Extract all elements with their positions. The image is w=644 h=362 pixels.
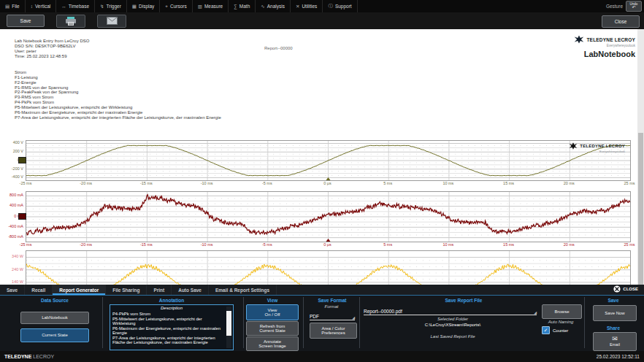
view-on-off-button[interactable]: View On / Off — [246, 304, 299, 320]
voltage-x-tick: 5 ms — [375, 181, 400, 185]
statusbar-timestamp: 25.02.2023 12:52:11 — [597, 354, 640, 359]
voltage-y-tick: -400 V — [1, 174, 23, 179]
view-title: View — [247, 298, 298, 303]
current-x-tick: -15 ms — [134, 242, 158, 247]
power-y-tick: 340 W — [1, 254, 23, 258]
area-color-preferences-button[interactable]: Area / Color Preferences — [310, 323, 357, 339]
tab-recall[interactable]: Recall — [25, 285, 53, 295]
labnotebook-title: LabNotebook — [574, 50, 635, 58]
divider — [359, 297, 360, 348]
statusbar-brand: TELEDYNE LECROY — [4, 354, 54, 359]
toolbar: Save Close — [0, 12, 644, 29]
annotate-screen-image-button[interactable]: Annotate Screen Image — [246, 336, 299, 351]
menu-utilities[interactable]: ✕Utilities — [291, 0, 323, 12]
analysis-icon: ∿ — [261, 4, 264, 9]
format-dropdown[interactable]: PDF ◢ — [310, 310, 355, 320]
undo-button[interactable]: Undo ↶ — [626, 1, 642, 12]
menubar-right: Gesture Undo ↶ — [606, 1, 644, 12]
last-saved-report-file-label: Last Saved Report File — [380, 334, 526, 339]
voltage-x-tick: 20 ms — [556, 181, 581, 185]
current-y-tick: -400 mA — [1, 224, 23, 228]
current-y-tick: 400 mA — [1, 203, 23, 207]
report-scrollbar[interactable] — [637, 29, 644, 285]
menu-analysis[interactable]: ∿Analysis — [256, 0, 291, 12]
close-button[interactable]: Close — [602, 15, 640, 28]
tab-print[interactable]: Print — [147, 285, 172, 295]
description-label: Description — [110, 306, 233, 310]
annotation-text[interactable]: P4-PkPk vom Strom P5-Mittelwert der Leis… — [112, 312, 223, 349]
menu-timebase[interactable]: ↔Timebase — [56, 0, 95, 12]
tab-email-report-settings[interactable]: Email & Report Settings — [209, 285, 277, 295]
voltage-x-tick: 0 µs — [315, 181, 340, 185]
tab-file-sharing[interactable]: File Sharing — [106, 285, 147, 295]
print-button[interactable] — [56, 15, 85, 28]
scrollbar-thumb[interactable] — [638, 133, 643, 285]
undo-arrow-icon: ↶ — [632, 6, 635, 9]
annotation-title: Annotation — [124, 298, 219, 303]
save-now-button[interactable]: Save Now — [593, 305, 637, 321]
checkbox-check-icon: ✓ — [542, 326, 550, 334]
report-description: StromF1-LeistungF2-EnergieP1-RMS von der… — [15, 70, 221, 120]
menu-support[interactable]: ⓘSupport — [323, 0, 357, 12]
report-page: Lab Notebook Entry from LeCroy DSODSO S/… — [0, 29, 644, 285]
report-filename-input[interactable]: Report--00000.pdf ◢ — [364, 304, 537, 315]
panel-close-button[interactable]: CLOSE — [613, 285, 638, 293]
menu-bar: ▤File↕Vertical↔Timebase↯Trigger▦Display⌖… — [0, 0, 644, 12]
menu-cursors[interactable]: ⌖Cursors — [160, 0, 192, 12]
email-button[interactable] — [97, 15, 126, 28]
report-brand: TELEDYNE LECROY Everywhereyoulook LabNot… — [574, 35, 635, 58]
report-header: Lab Notebook Entry from LeCroy DSODSO S/… — [15, 39, 89, 59]
file-icon: ▤ — [5, 4, 9, 9]
close-circle-icon — [613, 285, 621, 293]
measure-icon: ▥ — [198, 4, 202, 9]
data-source-title: Data Source — [15, 298, 95, 303]
browse-button[interactable]: Browse — [542, 304, 582, 319]
voltage-x-tick: -10 ms — [194, 181, 219, 185]
dropdown-corner-icon: ◢ — [352, 315, 355, 320]
menu-trigger[interactable]: ↯Trigger — [95, 0, 127, 12]
current-chart — [26, 191, 631, 242]
annotation-description-field[interactable]: Description P4-PkPk vom Strom P5-Mittelw… — [110, 304, 234, 350]
current-state-source-button[interactable]: Current State — [20, 328, 89, 342]
current-channel-marker[interactable] — [18, 213, 26, 220]
voltage-channel-marker[interactable] — [18, 157, 26, 163]
voltage-x-tick: -20 ms — [74, 181, 99, 185]
power-y-tick: 140 W — [1, 280, 23, 284]
tab-report-generator[interactable]: Report Generator — [53, 285, 106, 295]
menu-file[interactable]: ▤File — [0, 0, 26, 12]
display-icon: ▦ — [132, 4, 137, 9]
current-x-tick: -5 ms — [255, 242, 280, 247]
divider — [102, 297, 103, 348]
current-x-tick: 0 µs — [315, 242, 340, 247]
current-x-tick: -25 ms — [13, 242, 38, 247]
refresh-from-current-state-button[interactable]: Refresh from Current State — [246, 321, 299, 336]
email-icon — [107, 17, 118, 25]
labnotebook-source-button[interactable]: LabNotebook — [20, 312, 89, 324]
counter-checkbox[interactable]: ✓ Counter — [542, 326, 568, 334]
voltage-y-tick: 400 V — [1, 140, 23, 145]
panel-tabs: SaveRecallReport GeneratorFile SharingPr… — [0, 285, 644, 296]
menu-vertical[interactable]: ↕Vertical — [26, 0, 57, 12]
email-share-button[interactable]: ✉ Email — [593, 332, 637, 351]
tab-auto-save[interactable]: Auto Save — [172, 285, 209, 295]
menu-math[interactable]: ∑Math — [229, 0, 256, 12]
menu-display[interactable]: ▦Display — [127, 0, 160, 12]
teledyne-logo-icon — [574, 35, 584, 44]
voltage-y-tick: 200 V — [1, 149, 23, 153]
divider — [243, 297, 244, 348]
save-button[interactable]: Save — [7, 15, 45, 27]
tab-save[interactable]: Save — [0, 285, 25, 295]
voltage-x-tick: -5 ms — [255, 181, 280, 185]
printer-icon — [65, 17, 77, 26]
voltage-y-tick: -200 V — [1, 166, 23, 171]
format-label: Format — [307, 304, 356, 309]
menu-measure[interactable]: ▥Measure — [193, 0, 229, 12]
input-corner-icon: ◢ — [534, 310, 537, 315]
annotation-scrollbar-thumb[interactable] — [226, 311, 231, 336]
share-title: Share — [588, 326, 639, 331]
power-y-tick: 240 W — [1, 267, 23, 272]
voltage-x-tick: 15 ms — [497, 181, 521, 185]
report-generator-panel: SaveRecallReport GeneratorFile SharingPr… — [0, 285, 644, 351]
selected-folder-label: Selected Folder — [380, 317, 526, 321]
annotation-scrollbar[interactable] — [226, 307, 231, 348]
